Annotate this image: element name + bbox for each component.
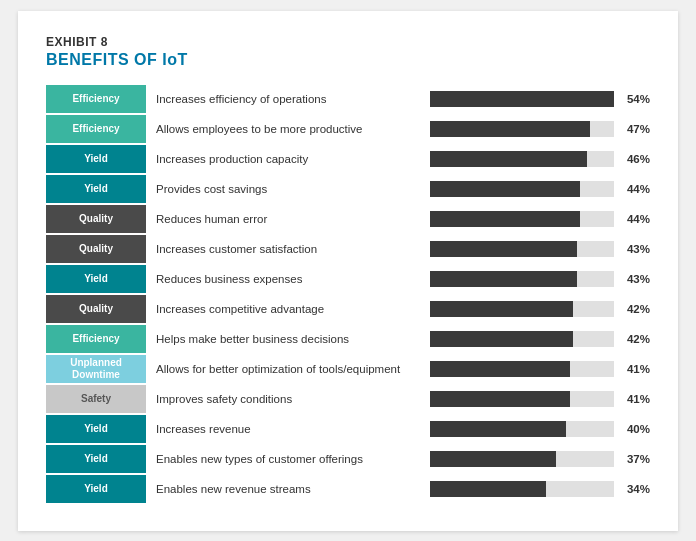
percentage-label: 41% <box>614 363 650 375</box>
category-cell: Efficiency <box>46 325 146 353</box>
bar-fill <box>430 91 614 107</box>
percentage-label: 40% <box>614 423 650 435</box>
bar-area: 47% <box>430 121 650 137</box>
benefit-label: Increases customer satisfaction <box>146 243 430 255</box>
table-row: SafetyImproves safety conditions41% <box>46 385 650 413</box>
bar-fill <box>430 451 556 467</box>
bar-fill <box>430 211 580 227</box>
bar-area: 41% <box>430 391 650 407</box>
bar-area: 54% <box>430 91 650 107</box>
benefit-label: Helps make better business decisions <box>146 333 430 345</box>
table-row: EfficiencyAllows employees to be more pr… <box>46 115 650 143</box>
bar-track <box>430 271 614 287</box>
percentage-label: 42% <box>614 333 650 345</box>
benefit-label: Enables new revenue streams <box>146 483 430 495</box>
table-row: YieldEnables new types of customer offer… <box>46 445 650 473</box>
table-row: YieldEnables new revenue streams34% <box>46 475 650 503</box>
bar-area: 44% <box>430 181 650 197</box>
category-cell: Yield <box>46 475 146 503</box>
bar-track <box>430 181 614 197</box>
bar-track <box>430 451 614 467</box>
percentage-label: 42% <box>614 303 650 315</box>
bar-track <box>430 421 614 437</box>
percentage-label: 44% <box>614 183 650 195</box>
bar-track <box>430 361 614 377</box>
category-cell: Yield <box>46 445 146 473</box>
table-row: YieldReduces business expenses43% <box>46 265 650 293</box>
chart-title: BENEFITS OF IoT <box>46 51 650 69</box>
bar-fill <box>430 361 570 377</box>
bar-track <box>430 211 614 227</box>
category-cell: Quality <box>46 235 146 263</box>
category-cell: UnplannedDowntime <box>46 355 146 383</box>
bar-fill <box>430 331 573 347</box>
benefit-label: Increases revenue <box>146 423 430 435</box>
category-cell: Quality <box>46 205 146 233</box>
bar-area: 37% <box>430 451 650 467</box>
bar-fill <box>430 421 566 437</box>
benefit-label: Allows employees to be more productive <box>146 123 430 135</box>
benefit-label: Allows for better optimization of tools/… <box>146 363 430 375</box>
benefit-label: Increases efficiency of operations <box>146 93 430 105</box>
bar-fill <box>430 301 573 317</box>
table-row: YieldIncreases revenue40% <box>46 415 650 443</box>
benefit-label: Enables new types of customer offerings <box>146 453 430 465</box>
bar-track <box>430 241 614 257</box>
bar-track <box>430 331 614 347</box>
bar-fill <box>430 271 577 287</box>
percentage-label: 54% <box>614 93 650 105</box>
percentage-label: 46% <box>614 153 650 165</box>
benefit-label: Reduces human error <box>146 213 430 225</box>
bar-area: 46% <box>430 151 650 167</box>
bar-area: 34% <box>430 481 650 497</box>
category-cell: Quality <box>46 295 146 323</box>
table-row: EfficiencyHelps make better business dec… <box>46 325 650 353</box>
exhibit-label: EXHIBIT 8 <box>46 35 650 49</box>
bar-track <box>430 301 614 317</box>
table-row: YieldProvides cost savings44% <box>46 175 650 203</box>
percentage-label: 43% <box>614 273 650 285</box>
percentage-label: 34% <box>614 483 650 495</box>
percentage-label: 44% <box>614 213 650 225</box>
bar-fill <box>430 181 580 197</box>
category-cell: Yield <box>46 265 146 293</box>
bar-area: 40% <box>430 421 650 437</box>
bar-area: 42% <box>430 331 650 347</box>
benefit-label: Increases competitive advantage <box>146 303 430 315</box>
bar-area: 42% <box>430 301 650 317</box>
bar-track <box>430 391 614 407</box>
category-cell: Yield <box>46 415 146 443</box>
category-cell: Yield <box>46 145 146 173</box>
percentage-label: 43% <box>614 243 650 255</box>
bar-fill <box>430 151 587 167</box>
bar-track <box>430 151 614 167</box>
percentage-label: 37% <box>614 453 650 465</box>
bar-area: 43% <box>430 271 650 287</box>
bar-fill <box>430 121 590 137</box>
bar-area: 43% <box>430 241 650 257</box>
table-row: QualityReduces human error44% <box>46 205 650 233</box>
chart-area: EfficiencyIncreases efficiency of operat… <box>46 85 650 503</box>
table-row: YieldIncreases production capacity46% <box>46 145 650 173</box>
bar-track <box>430 91 614 107</box>
bar-fill <box>430 241 577 257</box>
percentage-label: 47% <box>614 123 650 135</box>
benefit-label: Provides cost savings <box>146 183 430 195</box>
bar-track <box>430 481 614 497</box>
table-row: QualityIncreases customer satisfaction43… <box>46 235 650 263</box>
category-cell: Efficiency <box>46 85 146 113</box>
card: EXHIBIT 8 BENEFITS OF IoT EfficiencyIncr… <box>18 11 678 531</box>
bar-fill <box>430 481 546 497</box>
benefit-label: Increases production capacity <box>146 153 430 165</box>
table-row: QualityIncreases competitive advantage42… <box>46 295 650 323</box>
bar-area: 41% <box>430 361 650 377</box>
benefit-label: Improves safety conditions <box>146 393 430 405</box>
table-row: EfficiencyIncreases efficiency of operat… <box>46 85 650 113</box>
bar-track <box>430 121 614 137</box>
category-cell: Yield <box>46 175 146 203</box>
category-cell: Safety <box>46 385 146 413</box>
benefit-label: Reduces business expenses <box>146 273 430 285</box>
percentage-label: 41% <box>614 393 650 405</box>
table-row: UnplannedDowntimeAllows for better optim… <box>46 355 650 383</box>
bar-fill <box>430 391 570 407</box>
